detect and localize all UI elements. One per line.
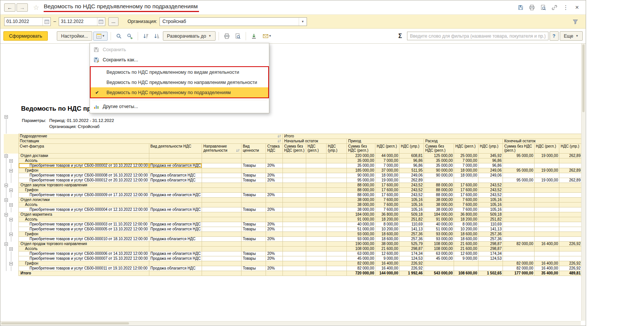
group-name-cell[interactable]: Отдел доставки — [18, 154, 149, 158]
save-icon[interactable] — [516, 3, 526, 12]
header-postavshchik[interactable]: Поставщик — [18, 139, 283, 144]
filter-funnel-icon[interactable] — [573, 19, 578, 24]
quick-filter-input[interactable] — [407, 32, 548, 40]
sort-desc-icon[interactable] — [152, 32, 162, 41]
send-email-icon[interactable]: ▼ — [260, 32, 274, 41]
collapse-group-icon[interactable] — [9, 159, 13, 163]
search-icon[interactable] — [114, 32, 124, 41]
print-icon[interactable] — [222, 32, 232, 41]
group-name-cell[interactable]: Ассоль — [18, 217, 149, 222]
print-preview-icon[interactable] — [538, 3, 548, 12]
scrollbar-thumb[interactable] — [1, 322, 129, 324]
more-vertical-icon[interactable]: ⋮ — [561, 3, 571, 12]
report-variants-button[interactable]: ▼ — [93, 32, 108, 41]
vid-cennosti-cell — [242, 198, 266, 203]
invoice-cell[interactable]: Приобретение товаров и услуг СБ00-000011… — [18, 266, 149, 271]
value-cell: 262,89 — [559, 178, 582, 183]
invoice-cell[interactable]: Приобретение товаров и услуг СБ00-000010… — [18, 237, 149, 242]
close-icon[interactable]: × — [572, 3, 582, 12]
save-to-file-icon[interactable] — [249, 32, 259, 41]
collapse-report-icon[interactable] — [5, 115, 8, 119]
value-cell: 7 000,00 — [375, 163, 399, 168]
menu-item-other-reports[interactable]: Другие отчеты... — [90, 101, 269, 111]
print-icon[interactable] — [527, 3, 537, 12]
collapse-group-icon[interactable] — [9, 189, 13, 192]
collapse-group-icon[interactable] — [9, 233, 13, 236]
collapse-group-icon[interactable] — [9, 262, 13, 265]
date-to-field[interactable] — [59, 17, 105, 26]
vid-deyatelnosti-cell[interactable]: Продажа облагается НДС — [149, 266, 202, 271]
collapse-group-icon[interactable] — [5, 154, 8, 158]
group-name-cell[interactable]: Грифон — [18, 168, 149, 173]
back-button[interactable]: ← — [4, 3, 15, 12]
vid-deyatelnosti-cell[interactable]: Продажа не облагается НДС — [149, 256, 202, 261]
vid-deyatelnosti-cell[interactable]: Продажа не облагается НДС — [149, 163, 202, 168]
group-name-cell[interactable]: Отдел закупок торгового направления — [18, 183, 149, 188]
invoice-cell[interactable]: Приобретение товаров и услуг СБ00-000008… — [18, 173, 149, 178]
generate-button[interactable]: Сформировать — [3, 31, 48, 41]
expand-to-button[interactable]: Разворачивать до ▼ — [163, 31, 216, 41]
group-name-cell[interactable]: Грифон — [18, 232, 149, 237]
forward-button[interactable]: → — [17, 3, 28, 12]
sum-icon[interactable]: Σ — [398, 33, 402, 40]
group-name-cell[interactable]: Грифон — [18, 188, 149, 193]
vid-deyatelnosti-cell[interactable]: Продажа не облагается НДС — [149, 207, 202, 212]
vid-deyatelnosti-cell[interactable]: Продажа не облагается НДС — [149, 222, 202, 227]
group-name-cell[interactable]: Отдел маркетинга — [18, 212, 149, 217]
invoice-cell[interactable]: Приобретение товаров и услуг СБ00-000004… — [18, 207, 149, 212]
header-column[interactable]: Направление деятельности — [202, 144, 242, 154]
period-options-button[interactable]: ... — [108, 17, 118, 26]
invoice-cell[interactable]: Приобретение товаров и услуг СБ00-000003… — [18, 222, 149, 227]
header-podrazdelenie[interactable]: Подразделение — [18, 134, 283, 139]
menu-item-save-as[interactable]: Сохранить как... — [90, 55, 269, 65]
sort-asc-icon[interactable] — [141, 32, 151, 41]
group-name-cell[interactable]: Грифон — [18, 261, 149, 266]
collapse-group-icon[interactable] — [9, 169, 13, 172]
favorite-star-icon[interactable]: ☆ — [33, 3, 39, 12]
vid-deyatelnosti-cell[interactable]: Продажа не облагается НДС — [149, 227, 202, 232]
print-preview-icon[interactable] — [233, 32, 243, 41]
chevron-down-icon[interactable]: ▼ — [299, 18, 307, 26]
help-button[interactable]: ? — [550, 31, 559, 41]
total-row-label[interactable]: Итого — [18, 271, 149, 276]
invoice-cell[interactable]: Приобретение товаров и услуг СБ00-000007… — [18, 256, 149, 261]
vid-deyatelnosti-cell[interactable]: Продажа не облагается НДС — [149, 251, 202, 256]
invoice-cell[interactable]: Приобретение товаров и услуг СБ00-000009… — [18, 193, 149, 198]
collapse-group-icon[interactable] — [9, 203, 13, 207]
calendar-icon[interactable] — [43, 18, 50, 26]
vertical-scrollbar[interactable] — [581, 44, 585, 321]
collapse-group-icon[interactable] — [9, 247, 13, 251]
scrollbar-thumb[interactable] — [582, 44, 585, 112]
group-name-cell[interactable]: Ассоль — [18, 158, 149, 163]
vid-deyatelnosti-cell[interactable]: Продажа облагается НДС — [149, 173, 202, 178]
organization-combo[interactable]: Стройснаб ▼ — [159, 17, 307, 26]
group-name-cell[interactable]: Ассоль — [18, 203, 149, 207]
group-name-cell[interactable]: Ассоль — [18, 247, 149, 251]
link-icon[interactable] — [550, 3, 559, 12]
vid-deyatelnosti-cell[interactable]: Продажа не облагается НДС — [149, 193, 202, 198]
collapse-group-icon[interactable] — [5, 213, 8, 216]
date-to-input[interactable] — [59, 19, 97, 24]
calendar-icon[interactable] — [97, 18, 105, 26]
invoice-cell[interactable]: Приобретение товаров и услуг СБ00-000005… — [18, 227, 149, 232]
collapse-group-icon[interactable] — [9, 218, 13, 221]
collapse-group-icon[interactable] — [5, 198, 8, 202]
menu-item-variant[interactable]: ✔Ведомость по НДС предъявленному по подр… — [91, 87, 268, 97]
date-from-input[interactable] — [5, 19, 43, 24]
date-from-field[interactable] — [4, 17, 51, 26]
menu-item-variant[interactable]: Ведомость по НДС предъявленному по видам… — [91, 67, 268, 77]
group-name-cell[interactable]: Отдел продаж торгового направления — [18, 242, 149, 247]
invoice-cell[interactable]: Приобретение товаров и услуг СБ00-000012… — [18, 178, 149, 183]
search-next-icon[interactable] — [125, 32, 135, 41]
more-button[interactable]: Еще ▼ — [560, 31, 583, 41]
collapse-group-icon[interactable] — [5, 242, 8, 246]
invoice-cell[interactable]: Приобретение товаров и услуг СБ00-000006… — [18, 251, 149, 256]
menu-item-variant[interactable]: Ведомость по НДС предъявленному по напра… — [91, 77, 268, 87]
settings-button[interactable]: Настройки... — [57, 31, 92, 41]
collapse-group-icon[interactable] — [5, 184, 8, 187]
group-name-cell[interactable]: Отдел логистики — [18, 198, 149, 203]
horizontal-scrollbar[interactable] — [0, 321, 581, 325]
invoice-cell[interactable]: Приобретение товаров и услуг СБ00-000002… — [18, 163, 149, 168]
vid-deyatelnosti-cell[interactable]: Продажа облагается НДС — [149, 178, 202, 183]
vid-deyatelnosti-cell[interactable]: Продажа облагается НДС — [149, 237, 202, 242]
